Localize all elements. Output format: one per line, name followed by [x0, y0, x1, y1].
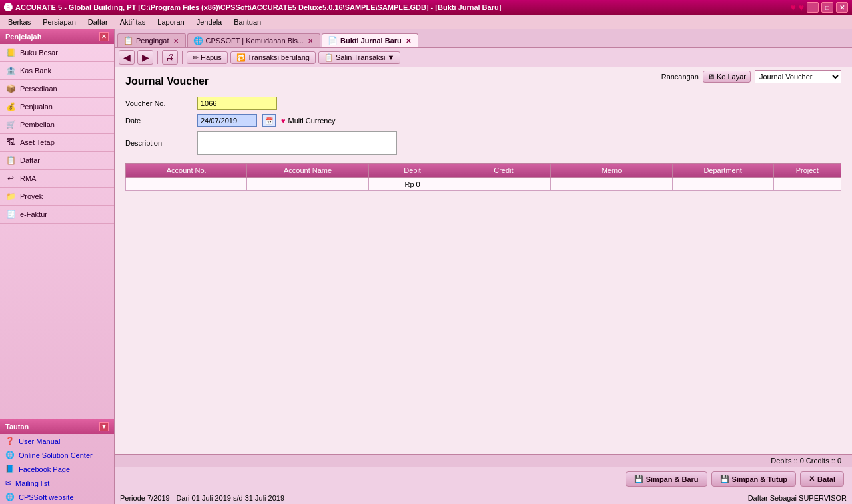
date-input[interactable]	[197, 114, 257, 127]
hapus-icon: ✏	[193, 53, 199, 62]
sidebar-item-aset-tetap[interactable]: 🏗 Aset Tetap	[0, 134, 114, 152]
tab-cpssoft[interactable]: 🌐 CPSSOFT | Kemudahan Bis... ✕	[187, 33, 321, 47]
sidebar-item-rma[interactable]: ↩ RMA	[0, 170, 114, 188]
transaksi-berulang-button[interactable]: 🔁 Transaksi berulang	[230, 51, 316, 64]
col-account-no: Account No.	[126, 164, 247, 178]
tab-pengingat[interactable]: 📋 Pengingat ✕	[117, 33, 186, 47]
kas-bank-icon: 🏦	[5, 65, 16, 76]
sidebar-item-label: Kas Bank	[20, 67, 51, 75]
proyek-icon: 📁	[5, 191, 16, 202]
link-online-solution[interactable]: 🌐 Online Solution Center	[0, 448, 114, 462]
tab-bukti-jurnal-close[interactable]: ✕	[404, 37, 412, 45]
sidebar-item-label: Buku Besar	[20, 49, 58, 57]
tautan-collapse-button[interactable]: ▼	[99, 422, 109, 431]
sidebar-header: Penjelajah ✕	[0, 29, 114, 44]
transaksi-berulang-icon: 🔁	[236, 53, 246, 62]
cell-memo[interactable]	[551, 178, 672, 191]
back-icon: ◀	[123, 52, 131, 63]
salin-transaksi-button[interactable]: 📋 Salin Transaksi ▼	[318, 51, 400, 64]
print-icon: 🖨	[165, 52, 175, 63]
title-bar-left: 🅐 ACCURATE 5 - Global Building, PT [C:\P…	[4, 3, 501, 13]
bottom-bar: 💾 Simpan & Baru 💾 Simpan & Tutup ✕ Batal	[115, 467, 852, 491]
salin-dropdown-icon: ▼	[388, 53, 395, 61]
cell-department[interactable]	[672, 178, 773, 191]
sidebar-item-proyek[interactable]: 📁 Proyek	[0, 188, 114, 206]
status-right: Daftar Sebagai SUPERVISOR	[748, 494, 847, 502]
sidebar-item-label: Pembelian	[20, 121, 55, 128]
col-project: Project	[773, 164, 841, 178]
minimize-button[interactable]: _	[807, 2, 819, 13]
voucher-no-label: Voucher No.	[125, 99, 192, 107]
back-button[interactable]: ◀	[119, 50, 135, 65]
simpan-baru-icon: 💾	[634, 475, 643, 483]
sidebar-item-label: Daftar	[20, 156, 40, 164]
tab-cpssoft-close[interactable]: ✕	[306, 37, 314, 45]
menu-berkas[interactable]: Berkas	[3, 17, 36, 27]
sidebar-title: Penjelajah	[5, 33, 41, 41]
sidebar-item-daftar[interactable]: 📋 Daftar	[0, 152, 114, 170]
batal-label: Batal	[817, 475, 835, 483]
menu-laporan[interactable]: Laporan	[152, 17, 189, 27]
sidebar-item-pembelian[interactable]: 🛒 Pembelian	[0, 116, 114, 134]
cell-project[interactable]	[773, 178, 841, 191]
print-button[interactable]: 🖨	[162, 50, 178, 65]
simpan-baru-button[interactable]: 💾 Simpan & Baru	[626, 471, 707, 487]
tab-bukti-jurnal[interactable]: 📄 Bukti Jurnal Baru ✕	[322, 33, 418, 47]
menu-persiapan[interactable]: Persiapan	[37, 17, 81, 27]
journal-type-dropdown[interactable]: Journal Voucher	[755, 70, 841, 83]
sidebar-close-button[interactable]: ✕	[99, 32, 109, 41]
hapus-button[interactable]: ✏ Hapus	[187, 51, 228, 64]
online-solution-icon: 🌐	[5, 451, 15, 459]
pengingat-tab-icon: 📋	[123, 36, 133, 45]
title-bar-right: ♥ ♥ _ □ ✕	[790, 2, 848, 13]
cpssoft-icon: 🌐	[5, 493, 15, 501]
sidebar-item-label: e-Faktur	[20, 210, 47, 218]
menu-bantuan[interactable]: Bantuan	[228, 17, 266, 27]
link-label: Facebook Page	[19, 465, 70, 473]
forward-button[interactable]: ▶	[137, 50, 153, 65]
toolbar-separator-2	[182, 51, 183, 64]
sidebar-item-buku-besar[interactable]: 📒 Buku Besar	[0, 44, 114, 62]
rancangan-label: Rancangan	[661, 73, 699, 81]
sidebar-item-persediaan[interactable]: 📦 Persediaan	[0, 80, 114, 98]
link-facebook[interactable]: 📘 Facebook Page	[0, 462, 114, 476]
maximize-button[interactable]: □	[821, 2, 833, 13]
user-manual-icon: ❓	[5, 437, 15, 445]
status-left: Periode 7/2019 - Dari 01 Juli 2019 s/d 3…	[120, 494, 284, 502]
status-bar: Periode 7/2019 - Dari 01 Juli 2019 s/d 3…	[115, 491, 852, 504]
sidebar-item-label: RMA	[20, 174, 36, 182]
pembelian-icon: 🛒	[5, 119, 16, 130]
sidebar-item-kas-bank[interactable]: 🏦 Kas Bank	[0, 62, 114, 80]
date-row: Date 📅 ♥ Multi Currency	[125, 114, 841, 127]
ke-layar-icon: 🖥	[707, 73, 715, 81]
tab-label: CPSSOFT | Kemudahan Bis...	[206, 37, 304, 45]
tautan-title: Tautan	[5, 423, 29, 431]
description-input[interactable]	[197, 131, 397, 155]
menu-jendela[interactable]: Jendela	[191, 17, 228, 27]
simpan-tutup-button[interactable]: 💾 Simpan & Tutup	[711, 471, 797, 487]
journal-content: Rancangan 🖥 Ke Layar Journal Voucher Jou…	[115, 67, 852, 454]
voucher-no-input[interactable]	[197, 97, 277, 110]
cell-account-name[interactable]	[247, 178, 368, 191]
cell-account-no[interactable]	[126, 178, 247, 191]
link-label: Online Solution Center	[19, 451, 93, 459]
sidebar-item-penjualan[interactable]: 💰 Penjualan	[0, 98, 114, 116]
multi-currency-toggle[interactable]: ♥ Multi Currency	[281, 117, 335, 125]
menu-aktifitas[interactable]: Aktifitas	[115, 17, 151, 27]
sidebar-item-efaktur[interactable]: 🧾 e-Faktur	[0, 206, 114, 224]
heart-deco-2: ♥	[799, 2, 804, 13]
tab-pengingat-close[interactable]: ✕	[172, 37, 180, 45]
date-picker-button[interactable]: 📅	[262, 114, 276, 127]
date-label: Date	[125, 117, 192, 125]
title-text: ACCURATE 5 - Global Building, PT [C:\Pro…	[15, 3, 501, 11]
batal-button[interactable]: ✕ Batal	[800, 471, 844, 487]
ke-layar-button[interactable]: 🖥 Ke Layar	[703, 71, 751, 83]
close-button[interactable]: ✕	[836, 2, 848, 13]
link-cpssoft[interactable]: 🌐 CPSSoft website	[0, 490, 114, 504]
link-mailing[interactable]: ✉ Mailing list	[0, 476, 114, 490]
cell-debit[interactable]: Rp 0	[368, 178, 456, 191]
simpan-baru-label: Simpan & Baru	[646, 475, 699, 483]
link-user-manual[interactable]: ❓ User Manual	[0, 434, 114, 448]
cell-credit[interactable]	[456, 178, 551, 191]
menu-daftar[interactable]: Daftar	[83, 17, 113, 27]
